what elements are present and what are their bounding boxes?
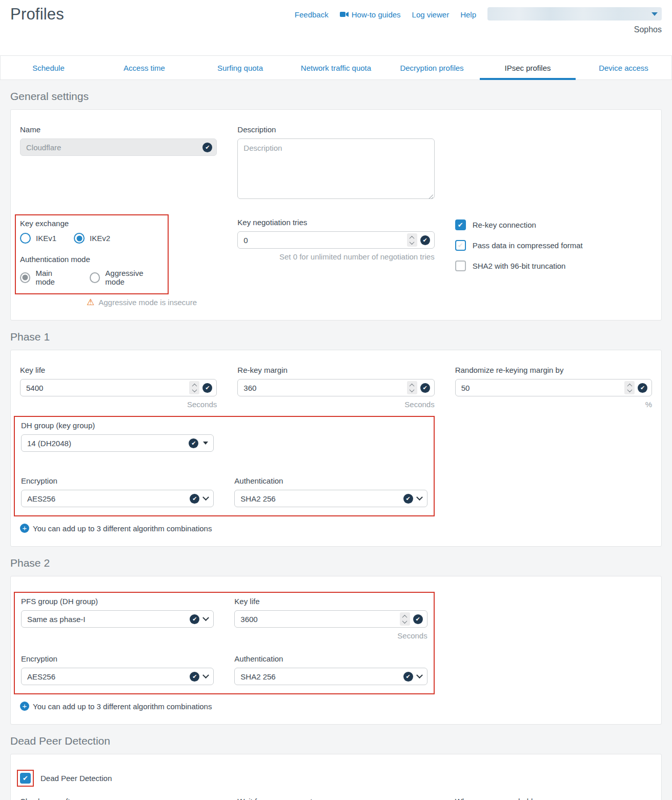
number-stepper[interactable] <box>400 612 410 626</box>
rekey-margin-input-wrap: ✔ <box>237 379 434 396</box>
chevron-down-icon <box>416 494 423 501</box>
phase2-add-note: You can add up to 3 different algorithm … <box>33 702 212 711</box>
randomize-margin-unit: % <box>455 400 652 409</box>
main-mode-radio[interactable] <box>20 272 30 283</box>
randomize-margin-label: Randomize re-keying margin by <box>455 366 652 374</box>
dh-group-group: DH group (key group) 14 (DH2048) ✔ <box>21 421 214 452</box>
tab-network-traffic-quota[interactable]: Network traffic quota <box>288 56 384 79</box>
tab-schedule[interactable]: Schedule <box>1 56 96 79</box>
tab-access-time[interactable]: Access time <box>96 56 192 79</box>
general-settings-card: Name ✔ Description <box>10 109 662 321</box>
phase2-add-combination[interactable]: + You can add up to 3 different algorith… <box>20 702 652 711</box>
tab-surfing-quota[interactable]: Surfing quota <box>192 56 288 79</box>
pfs-group-select[interactable]: Same as phase-I ✔ <box>21 610 214 628</box>
phase1-authentication-label: Authentication <box>234 476 427 485</box>
header-right: Feedback How-to guides Log viewer Help S… <box>295 5 662 55</box>
help-link[interactable]: Help <box>460 10 476 19</box>
compressed-format-checkbox[interactable]: ✔ <box>455 240 466 251</box>
valid-check-icon: ✔ <box>190 672 199 682</box>
tab-device-access[interactable]: Device access <box>576 56 671 79</box>
compressed-format-label: Pass data in compressed format <box>473 241 583 250</box>
phase2-key-life-input[interactable] <box>240 615 399 624</box>
sha2-truncation-checkbox[interactable]: ✔ <box>455 261 466 271</box>
chevron-down-icon <box>202 494 209 501</box>
name-input-wrap: ✔ <box>20 138 217 156</box>
main-mode-label: Main mode <box>35 269 72 286</box>
chevron-down-icon <box>202 614 209 621</box>
key-negotiation-help: Set 0 for unlimited number of negotiatio… <box>237 252 434 261</box>
pfs-group-label: PFS group (DH group) <box>21 597 214 606</box>
valid-check-icon: ✔ <box>413 614 423 624</box>
valid-check-icon: ✔ <box>190 614 199 624</box>
log-viewer-link[interactable]: Log viewer <box>412 10 450 19</box>
number-stepper[interactable] <box>189 381 199 394</box>
add-plus-icon: + <box>20 702 29 711</box>
phase1-encryption-select[interactable]: AES256 ✔ <box>21 490 214 507</box>
tab-decryption-profiles[interactable]: Decryption profiles <box>384 56 480 79</box>
key-exchange-radios: IKEv1 IKEv2 <box>20 233 162 244</box>
ikev1-label: IKEv1 <box>36 234 56 243</box>
key-negotiation-label: Key negotiation tries <box>237 218 434 227</box>
chevron-down-icon <box>651 12 658 16</box>
phase2-authentication-label: Authentication <box>234 654 427 663</box>
number-stepper[interactable] <box>407 233 417 247</box>
howto-guides-link[interactable]: How-to guides <box>340 10 401 19</box>
key-negotiation-column: Key negotiation tries ✔ Set 0 for unlimi… <box>237 214 434 307</box>
phase2-encryption-label: Encryption <box>21 654 214 663</box>
tab-ipsec-profiles[interactable]: IPsec profiles <box>480 56 576 79</box>
phase1-key-life-input[interactable] <box>26 384 189 392</box>
auth-mode-label: Authentication mode <box>20 255 162 264</box>
ikev2-radio[interactable] <box>74 233 85 244</box>
dh-group-label: DH group (key group) <box>21 421 214 430</box>
key-exchange-label: Key exchange <box>20 219 162 228</box>
phase1-authentication-select[interactable]: SHA2 256 ✔ <box>234 490 427 507</box>
options-column: ✔ Re-key connection ✔ Pass data in compr… <box>455 214 652 307</box>
key-negotiation-input[interactable] <box>243 236 406 245</box>
name-field-group: Name ✔ <box>20 125 217 201</box>
name-label: Name <box>20 125 217 134</box>
compressed-format-row: ✔ Pass data in compressed format <box>455 240 652 251</box>
number-stepper[interactable] <box>407 381 417 394</box>
account-area: Sophos <box>487 7 662 34</box>
ikev2-label: IKEv2 <box>90 234 110 243</box>
chevron-down-icon <box>202 672 209 678</box>
phase2-authentication-select[interactable]: SHA2 256 ✔ <box>234 668 427 685</box>
randomize-margin-input[interactable] <box>461 384 624 392</box>
dh-group-select[interactable]: 14 (DH2048) ✔ <box>21 434 214 452</box>
phase2-key-life-label: Key life <box>234 597 427 606</box>
number-stepper[interactable] <box>624 381 635 394</box>
phase2-encryption-select[interactable]: AES256 ✔ <box>21 668 214 685</box>
aggressive-mode-radio[interactable] <box>90 272 100 283</box>
phase2-card: PFS group (DH group) Same as phase-I ✔ K… <box>10 576 662 725</box>
phase1-key-life-group: Key life ✔ Seconds <box>20 366 217 409</box>
aggressive-mode-label: Aggressive mode <box>105 269 162 286</box>
rekey-margin-group: Re-key margin ✔ Seconds <box>237 366 434 409</box>
phase2-key-life-unit: Seconds <box>234 631 427 640</box>
description-textarea[interactable] <box>237 138 434 199</box>
feedback-link[interactable]: Feedback <box>295 10 329 19</box>
account-selector[interactable] <box>487 7 662 21</box>
check-peer-group: Check peer after every ✔ Seconds <box>20 797 217 800</box>
wait-response-group: Wait for response up to ✔ Seconds <box>237 797 434 800</box>
valid-check-icon: ✔ <box>403 672 413 682</box>
dpd-checkbox[interactable]: ✔ <box>20 773 31 784</box>
description-label: Description <box>237 125 434 134</box>
ikev1-radio[interactable] <box>20 233 31 244</box>
phase1-algorithms-highlight-box: DH group (key group) 14 (DH2048) ✔ <box>14 416 435 516</box>
valid-check-icon: ✔ <box>638 383 647 393</box>
phase1-encryption-group: Encryption AES256 ✔ <box>21 476 214 507</box>
key-exchange-highlight-box: Key exchange IKEv1 IKEv2 Authentication … <box>15 214 169 294</box>
rekey-margin-unit: Seconds <box>237 400 434 409</box>
phase1-add-combination[interactable]: + You can add up to 3 different algorith… <box>20 524 652 533</box>
phase2-encryption-value: AES256 <box>27 672 190 681</box>
brand-label: Sophos <box>634 25 662 34</box>
rekey-connection-checkbox[interactable]: ✔ <box>455 219 466 230</box>
valid-check-icon: ✔ <box>202 143 212 152</box>
phase1-card: Key life ✔ Seconds Re-key margin ✔ <box>10 350 662 547</box>
profile-tabs: Schedule Access time Surfing quota Netwo… <box>0 55 672 80</box>
rekey-margin-input[interactable] <box>243 384 406 392</box>
auth-mode-radios: Main mode Aggressive mode <box>20 269 162 286</box>
peer-unreachable-group: When peer unreachable Re-initiate ✔ <box>455 797 652 800</box>
phase1-authentication-value: SHA2 256 <box>240 494 403 503</box>
dpd-heading: Dead Peer Detection <box>10 735 662 747</box>
